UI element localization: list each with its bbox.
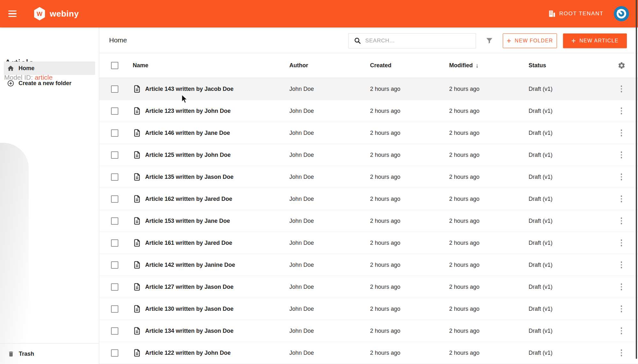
search-input[interactable] [365, 33, 476, 48]
table-row[interactable]: Article 123 written by John Doe John Doe… [99, 100, 638, 122]
row-checkbox[interactable] [111, 217, 118, 225]
article-name[interactable]: Article 125 written by John Doe [145, 152, 231, 158]
article-name[interactable]: Article 134 written by Jason Doe [145, 328, 234, 334]
row-menu-button[interactable] [619, 84, 624, 94]
table-row[interactable]: Article 143 written by Jacob Doe John Do… [99, 78, 638, 100]
sidebar-item-home[interactable]: Home [4, 62, 95, 75]
status-cell: Draft (v1) [529, 130, 553, 136]
row-checkbox[interactable] [111, 107, 118, 115]
filter-button[interactable] [484, 36, 495, 46]
table-header: Name Author Created Modified ↓ Status [99, 53, 638, 78]
row-checkbox[interactable] [111, 239, 118, 247]
status-cell: Draft (v1) [529, 152, 553, 158]
content-area: Home NEW FOLDER NEW ARTICLE Name Author … [99, 27, 638, 364]
created-cell: 2 hours ago [370, 284, 400, 290]
table-row[interactable]: Article 142 written by Janine Doe John D… [99, 254, 638, 276]
document-icon [133, 85, 141, 93]
status-cell: Draft (v1) [529, 240, 553, 246]
sidebar-item-create-folder[interactable]: Create a new folder [4, 76, 95, 90]
row-menu-button[interactable] [619, 149, 624, 160]
document-icon [133, 173, 141, 181]
row-menu-button[interactable] [619, 127, 624, 138]
new-folder-button[interactable]: NEW FOLDER [503, 33, 557, 48]
created-cell: 2 hours ago [370, 328, 400, 334]
brand-wordmark: webiny [50, 9, 79, 19]
sidebar-item-trash[interactable]: Trash [8, 346, 34, 361]
row-menu-button[interactable] [619, 215, 624, 226]
row-checkbox[interactable] [111, 261, 118, 269]
table-row[interactable]: Article 146 written by Jane Doe John Doe… [99, 122, 638, 144]
new-article-button[interactable]: NEW ARTICLE [563, 33, 627, 48]
modified-cell: 2 hours ago [449, 218, 479, 224]
row-checkbox[interactable] [111, 283, 118, 291]
article-name[interactable]: Article 130 written by Jason Doe [145, 306, 234, 312]
row-menu-button[interactable] [619, 303, 624, 314]
row-menu-button[interactable] [619, 259, 624, 270]
article-name[interactable]: Article 123 written by John Doe [145, 108, 231, 114]
article-name[interactable]: Article 127 written by Jason Doe [145, 284, 234, 290]
article-name[interactable]: Article 135 written by Jason Doe [145, 174, 234, 180]
tenant-selector[interactable]: ROOT TENANT [548, 10, 604, 18]
table-row[interactable]: Article 125 written by John Doe John Doe… [99, 144, 638, 166]
new-article-label: NEW ARTICLE [579, 38, 618, 44]
table-row[interactable]: Article 162 written by Jared Doe John Do… [99, 188, 638, 210]
column-header-created[interactable]: Created [370, 62, 391, 69]
building-icon [548, 10, 556, 18]
row-menu-button[interactable] [619, 347, 624, 358]
author-cell: John Doe [289, 196, 314, 202]
table-row[interactable]: Article 135 written by Jason Doe John Do… [99, 166, 638, 188]
sidebar: Article Model ID:article Home Create a n… [0, 27, 99, 364]
table-row[interactable]: Article 122 written by John Doe John Doe… [99, 342, 638, 364]
row-menu-button[interactable] [619, 171, 624, 182]
author-cell: John Doe [289, 284, 314, 290]
article-name[interactable]: Article 143 written by Jacob Doe [145, 86, 234, 92]
author-cell: John Doe [289, 130, 314, 136]
status-cell: Draft (v1) [529, 86, 553, 92]
modified-cell: 2 hours ago [449, 262, 479, 268]
article-name[interactable]: Article 153 written by Jane Doe [145, 218, 230, 224]
column-settings-button[interactable] [618, 62, 626, 69]
row-checkbox[interactable] [111, 195, 118, 203]
row-menu-button[interactable] [619, 106, 624, 116]
table-row[interactable]: Article 134 written by Jason Doe John Do… [99, 320, 638, 342]
article-name[interactable]: Article 122 written by John Doe [145, 350, 231, 356]
document-icon [133, 305, 141, 313]
row-checkbox[interactable] [111, 173, 118, 181]
table-row[interactable]: Article 161 written by Jared Doe John Do… [99, 232, 638, 254]
row-menu-button[interactable] [619, 193, 624, 204]
column-header-author[interactable]: Author [289, 62, 308, 69]
modified-cell: 2 hours ago [449, 328, 479, 334]
current-folder-title: Home [109, 27, 127, 53]
select-all-checkbox[interactable] [111, 62, 118, 69]
article-name[interactable]: Article 161 written by Jared Doe [145, 240, 232, 246]
row-menu-button[interactable] [619, 237, 624, 248]
column-header-status[interactable]: Status [529, 62, 546, 69]
article-name[interactable]: Article 162 written by Jared Doe [145, 196, 232, 202]
row-checkbox[interactable] [111, 327, 118, 335]
plus-icon [571, 37, 576, 45]
vertical-scrollbar[interactable] [636, 0, 637, 359]
document-icon [133, 261, 141, 269]
row-checkbox[interactable] [111, 349, 118, 357]
menu-icon[interactable] [8, 11, 17, 17]
row-menu-button[interactable] [619, 281, 624, 292]
row-checkbox[interactable] [111, 151, 118, 159]
article-name[interactable]: Article 146 written by Jane Doe [145, 130, 230, 136]
column-header-name[interactable]: Name [133, 62, 148, 69]
row-checkbox[interactable] [111, 305, 118, 313]
row-checkbox[interactable] [111, 129, 118, 137]
table-row[interactable]: Article 127 written by Jason Doe John Do… [99, 276, 638, 298]
column-header-modified[interactable]: Modified [449, 62, 473, 69]
table-row[interactable]: Article 130 written by Jason Doe John Do… [99, 298, 638, 320]
sort-desc-icon[interactable]: ↓ [476, 62, 479, 69]
article-name[interactable]: Article 142 written by Janine Doe [145, 262, 235, 268]
row-menu-button[interactable] [619, 325, 624, 336]
user-avatar[interactable] [614, 6, 629, 21]
svg-text:W: W [37, 11, 42, 17]
author-cell: John Doe [289, 262, 314, 268]
table-body: Article 143 written by Jacob Doe John Do… [99, 78, 638, 364]
created-cell: 2 hours ago [370, 218, 400, 224]
webiny-logo-icon[interactable]: W [33, 7, 46, 21]
table-row[interactable]: Article 153 written by Jane Doe John Doe… [99, 210, 638, 232]
row-checkbox[interactable] [111, 85, 118, 93]
